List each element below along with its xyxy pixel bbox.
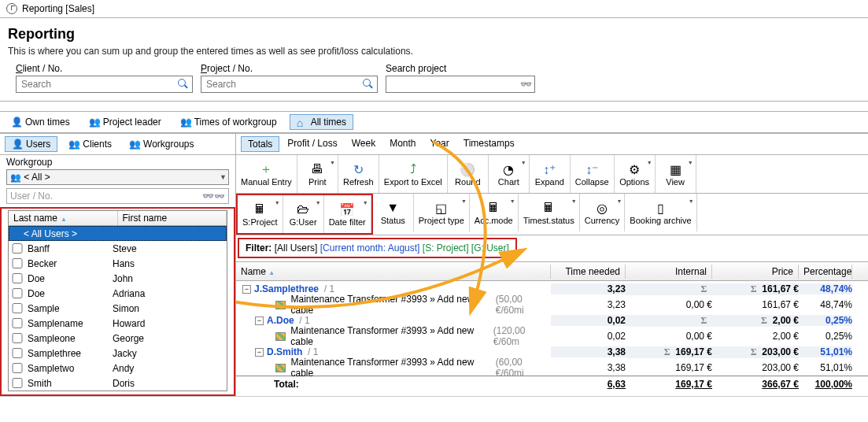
left-tab-users[interactable]: Users [5,136,57,152]
binoculars-icon[interactable]: 👓 [520,79,531,90]
user-checkbox[interactable] [12,303,23,313]
chevron-down-icon: ▼ [688,160,693,165]
client-search-input[interactable] [20,78,178,91]
chart-icon [275,364,286,372]
user-row[interactable]: SampleoneGeorge [9,331,227,346]
left-tab-clients[interactable]: Clients [62,136,118,152]
col-percentage[interactable]: Percentage [799,265,852,279]
search-icon[interactable] [363,79,374,90]
all-users-row[interactable]: < All Users > [9,226,227,241]
workgroup-select[interactable]: < All > ▼ [6,169,229,185]
toolbar-options[interactable]: ⚙Options▼ [615,155,656,193]
page-subtitle: This is where you can sum up and group t… [8,46,860,57]
toolbar-manual-entry[interactable]: ＋Manual Entry [236,155,297,193]
chevron-down-icon: ▼ [461,198,467,204]
item-row[interactable]: Maintenance Transformer #3993 » Add new … [236,297,868,313]
toolbar-currency[interactable]: ◎Currency▼ [580,194,626,231]
sub-tab-timestamps[interactable]: Timestamps [457,136,521,152]
sub-tab-month[interactable]: Month [383,136,422,152]
toolbar-s-project[interactable]: 🖩S:Project▼ [238,195,283,233]
user-row[interactable]: BanffSteve [9,241,227,256]
toolbar-chart[interactable]: ◔Chart▼ [489,155,530,193]
user-row[interactable]: SamplethreeJacky [9,346,227,361]
user-checkbox[interactable] [12,318,23,328]
collapse-icon[interactable]: − [255,316,264,325]
col-name[interactable]: Name ▲ [236,265,551,279]
sub-tabs: TotalsProfit / LossWeekMonthYearTimestam… [236,134,868,155]
search-project-input[interactable] [390,78,520,91]
col-internal[interactable]: Internal [626,265,712,279]
scope-tab-times-of-workgroup[interactable]: Times of workgroup [174,115,283,129]
toolbar-g-user[interactable]: 🗁G:User▼ [283,195,324,233]
user-row[interactable]: BeckerHans [9,256,227,271]
scope-tabs: Own timesProject leaderTimes of workgrou… [0,111,868,133]
workgroup-label: Workgroup [0,155,235,168]
col-first-name[interactable]: First name [118,211,227,225]
toolbar-print[interactable]: 🖶Print▼ [297,155,338,193]
sub-tab-year[interactable]: Year [424,136,456,152]
workgroup-value: < All > [24,172,50,183]
toolbar-icon: ⚙ [629,161,640,177]
user-checkbox[interactable] [12,333,23,343]
chevron-down-icon: ▼ [647,160,652,165]
user-checkbox[interactable] [12,348,23,358]
col-time-needed[interactable]: Time needed [551,265,626,279]
client-search: Client / No. [16,63,193,93]
left-panel-tabs: UsersClientsWorkgroups [0,134,235,155]
left-tab-workgroups[interactable]: Workgroups [123,136,200,152]
col-last-name[interactable]: Last name▲ [9,211,118,225]
workgroup-icon [10,172,21,183]
toolbar-icon: ⚪ [460,161,475,177]
user-checkbox[interactable] [12,378,23,388]
chevron-down-icon: ▼ [316,200,321,205]
toolbar-project-type[interactable]: ◱Project type▼ [414,194,470,231]
collapse-icon[interactable]: − [255,348,264,357]
search-icon[interactable] [178,79,189,90]
toolbar-timest-status[interactable]: 🖩Timest.status▼ [519,194,580,231]
toolbar-refresh[interactable]: ↻Refresh [338,155,379,193]
search-project-box[interactable]: 👓 [386,76,535,93]
user-checkbox[interactable] [12,288,23,298]
client-search-box[interactable] [16,76,193,93]
user-row[interactable]: DoeJohn [9,271,227,286]
col-price[interactable]: Price [712,265,799,279]
project-search-input[interactable] [205,78,363,91]
item-row[interactable]: Maintenance Transformer #3993 » Add new … [236,360,868,376]
tab-icon [12,139,23,150]
scope-tab-project-leader[interactable]: Project leader [83,115,168,129]
toolbar-round[interactable]: ⚪Round [448,155,489,193]
binoculars-icon[interactable]: 👓 [202,191,225,202]
user-checkbox[interactable] [12,243,23,254]
chevron-down-icon: ▼ [510,198,515,204]
scope-tab-all-times[interactable]: All times [290,114,353,130]
user-row[interactable]: SamplenameHoward [9,316,227,331]
toolbar-icon: ↻ [353,161,364,177]
filter-bar: Filter: [All Users] [Current month: Augu… [238,238,517,258]
toolbar-acc-mode[interactable]: 🖩Acc.mode▼ [470,194,519,231]
collapse-icon[interactable]: − [242,285,251,294]
scope-tab-own-times[interactable]: Own times [5,115,76,129]
user-checkbox[interactable] [12,258,23,268]
toolbar-status[interactable]: ▼Status [373,194,414,231]
user-table: Last name▲ First name < All Users > Banf… [8,210,227,391]
project-search-box[interactable] [201,76,378,93]
user-checkbox[interactable] [12,363,23,373]
user-filter-input[interactable]: User / No. 👓 [6,188,229,204]
sub-tab-profit-loss[interactable]: Profit / Loss [281,136,343,152]
user-checkbox[interactable] [12,273,23,283]
toolbar-date-filter[interactable]: 📅Date filter▼ [324,195,371,233]
toolbar-view[interactable]: ▦View▼ [656,155,696,193]
sub-tab-week[interactable]: Week [345,136,382,152]
toolbar-booking-archive[interactable]: ▯Booking archive▼ [625,194,696,231]
toolbar-icon: ▦ [670,161,681,177]
toolbar-expand[interactable]: ↕⁺Expand [530,155,571,193]
user-row[interactable]: SmithDoris [9,376,227,391]
user-row[interactable]: DoeAdriana [9,286,227,301]
toolbar-collapse[interactable]: ↕⁻Collapse [571,155,615,193]
item-row[interactable]: Maintenance Transformer #3993 » Add new … [236,328,868,344]
toolbar-export-to-excel[interactable]: ⤴Export to Excel [379,155,448,193]
chart-icon [275,301,286,309]
user-row[interactable]: SampletwoAndy [9,361,227,376]
user-row[interactable]: SampleSimon [9,301,227,316]
toolbar-icon: ＋ [260,161,272,177]
